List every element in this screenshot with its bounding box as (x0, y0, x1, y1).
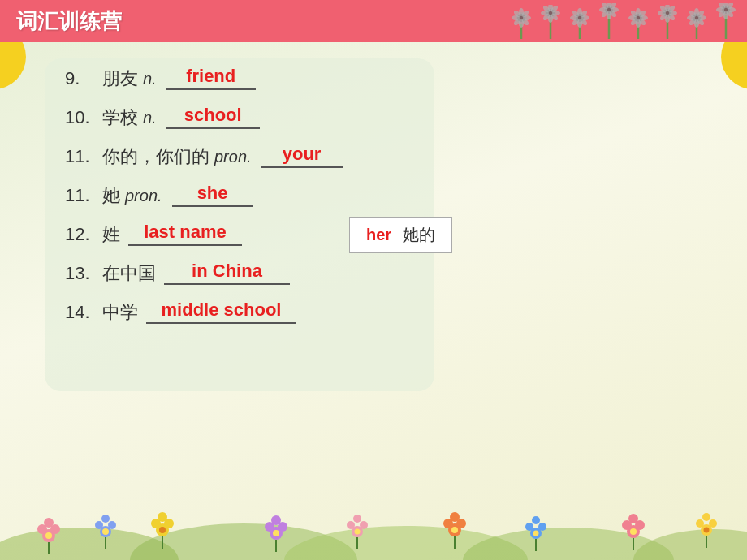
sunflower-icon-1 (508, 8, 534, 39)
svg-point-126 (532, 516, 540, 524)
sunflower-decoration (508, 3, 739, 39)
sunflower-icon-8 (713, 3, 739, 39)
vocab-num-10: 10. (65, 107, 97, 128)
sunflower-icon-5 (625, 8, 651, 39)
svg-point-115 (360, 521, 368, 529)
vocab-chinese-11a: 你的，你们的 (102, 144, 209, 169)
vocab-pos-11b: pron. (125, 187, 162, 205)
vocab-list: 9. 朋友 n. friend 10. 学校 n. school 11. 你的，… (65, 67, 698, 325)
svg-point-97 (45, 532, 52, 539)
svg-point-100 (108, 521, 116, 529)
vocab-answer-11b: she (197, 183, 228, 204)
svg-point-92 (633, 529, 747, 560)
svg-point-137 (704, 528, 710, 533)
vocab-item-11a: 11. 你的，你们的 pron. your (65, 144, 698, 169)
svg-point-125 (538, 523, 546, 531)
vocab-chinese-14: 中学 (102, 300, 138, 325)
svg-point-102 (102, 528, 109, 535)
vocab-item-13: 13. 在中国 in China (65, 261, 698, 286)
vocab-num-11b: 11. (65, 185, 97, 206)
header-bar: 词汇训练营 (0, 0, 747, 42)
vocab-item-9: 9. 朋友 n. friend (65, 67, 698, 91)
svg-point-132 (630, 528, 637, 535)
vocab-answer-13: in China (192, 261, 262, 282)
vocab-pos-11a: pron. (214, 148, 252, 166)
vocab-item-14: 14. 中学 middle school (65, 300, 698, 325)
vocab-num-13: 13. (65, 263, 97, 284)
svg-point-121 (450, 512, 460, 522)
vocab-chinese-11b: 她 (102, 183, 120, 208)
bottom-flowers-svg (0, 491, 747, 560)
vocab-item-10: 10. 学校 n. school (65, 106, 698, 130)
sunflower-icon-2 (538, 5, 563, 39)
svg-point-96 (44, 518, 54, 528)
svg-point-106 (158, 512, 167, 522)
svg-point-112 (273, 530, 279, 536)
vocab-num-14: 14. (65, 302, 97, 323)
vocab-answer-11a: your (283, 144, 322, 165)
vocab-pos-9: n. (143, 70, 157, 88)
svg-point-122 (451, 527, 458, 533)
svg-point-117 (355, 529, 361, 535)
bottom-flowers (0, 491, 747, 560)
vocab-answer-10: school (184, 105, 242, 126)
sunflower-icon-3 (567, 8, 593, 39)
vocab-field-11a: your (261, 145, 343, 168)
vocab-answer-14: middle school (162, 299, 282, 321)
main-content: 9. 朋友 n. friend 10. 学校 n. school 11. 你的，… (0, 42, 747, 560)
vocab-num-11a: 11. (65, 146, 97, 167)
svg-point-124 (525, 523, 533, 531)
vocab-item-11b: 11. 她 pron. she (65, 183, 698, 208)
vocab-answer-9: friend (186, 66, 235, 87)
vocab-field-12: last name (128, 223, 242, 246)
vocab-chinese-13: 在中国 (102, 261, 156, 286)
svg-point-116 (353, 515, 361, 523)
svg-point-107 (159, 527, 166, 533)
svg-point-99 (95, 521, 103, 529)
svg-point-131 (628, 514, 638, 523)
page-title: 词汇训练营 (16, 7, 122, 36)
tooltip-english: her (366, 226, 391, 243)
vocab-num-9: 9. (65, 68, 97, 89)
tooltip-chinese: 她的 (403, 226, 435, 243)
vocab-field-11b: she (172, 184, 253, 207)
svg-point-135 (709, 519, 717, 528)
tooltip-box: her 她的 (349, 217, 452, 253)
sunflower-icon-7 (684, 8, 710, 39)
svg-point-111 (271, 515, 281, 525)
svg-point-114 (347, 521, 355, 529)
vocab-answer-12: last name (144, 222, 227, 243)
vocab-field-9: friend (166, 67, 256, 90)
vocab-field-14: middle school (146, 301, 296, 324)
svg-point-136 (702, 513, 710, 521)
sunflower-icon-6 (654, 5, 680, 39)
svg-point-127 (533, 531, 539, 536)
vocab-field-10: school (166, 106, 260, 129)
svg-point-101 (101, 515, 110, 523)
vocab-field-13: in China (164, 262, 290, 285)
vocab-chinese-12: 姓 (102, 222, 120, 247)
vocab-pos-10: n. (143, 109, 157, 127)
vocab-num-12: 12. (65, 224, 97, 245)
sunflower-icon-4 (596, 3, 622, 39)
svg-point-134 (696, 519, 704, 528)
vocab-chinese-9: 朋友 (102, 67, 138, 91)
vocab-chinese-10: 学校 (102, 106, 138, 130)
